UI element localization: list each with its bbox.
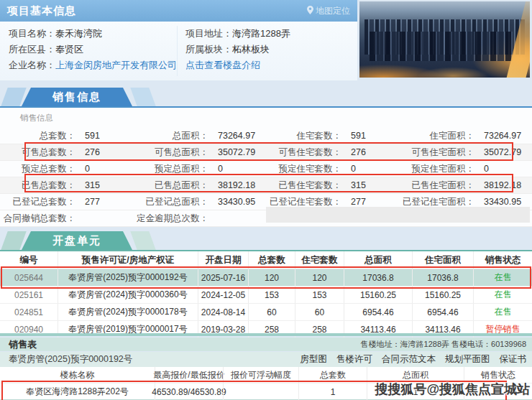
stat-value: 0 <box>75 164 90 174</box>
tab-sales-info[interactable]: 销售信息 <box>22 88 132 106</box>
developer-link[interactable]: 上海金闵房地产开发有限公司 <box>55 60 177 70</box>
stat-label: 已售住宅面积： <box>399 180 474 192</box>
stat-label: 可售住宅面积： <box>399 146 474 159</box>
price-range: 46530.89/46530.89 <box>155 383 223 400</box>
doc-link-plan-drawing[interactable]: 规划平面图 <box>445 353 490 366</box>
page: 项目基本信息 地图定位 项目名称：泰禾海湾院 所在区县：奉贤区 企业名称：上海金… <box>0 0 532 400</box>
opening-units-table: 编号 预售许可证/房地产权证 开盘日期 总套数 住宅套数 总面积 住宅面积 销售… <box>0 251 532 333</box>
sales-info-panel: 销售信息 总套数：591 总面积：73264.97 住宅套数：591 住宅面积：… <box>0 108 532 227</box>
column-header: 开盘日期 <box>198 251 248 269</box>
project-name-field: 项目名称：泰禾海湾院 <box>9 26 177 42</box>
address-value: 海湾路1288弄 <box>232 28 290 39</box>
unit-license: 奉贤房管(2025)预字0000192号 <box>58 269 198 286</box>
map-location-link[interactable]: 地图定位 <box>307 5 350 17</box>
stat-label: 预定总套数： <box>0 163 75 175</box>
stat-label: 预定住宅套数： <box>266 163 341 175</box>
district-field: 所在区县：奉贤区 <box>9 42 177 57</box>
doc-link-floorplan[interactable]: 房型图 <box>301 353 328 366</box>
sales-table-subheader: 奉贤房管(2025)预字0000192号 房型图 售楼许可 合同示范文本 规划平… <box>0 352 532 367</box>
unit-res: 60 <box>295 304 344 320</box>
stat-label: 总面积： <box>133 130 208 142</box>
table-row[interactable]: 025161 奉贤房管(2024)预字0000360号 2024-12-05 1… <box>0 287 532 304</box>
tab-opening-units[interactable]: 开盘单元 <box>22 231 132 250</box>
stat-value: 315 <box>75 180 100 190</box>
column-header: 总面积 <box>344 251 412 269</box>
doc-link-contract-sample[interactable]: 合同示范文本 <box>382 353 436 366</box>
page-title: 项目基本信息 <box>7 4 76 18</box>
stat-label: 已登记住宅面积： <box>399 196 474 208</box>
table-row: 预定总套数：0 预定总面积：0 预定住宅套数：0 预定住宅面积：0 <box>0 161 532 177</box>
stat-label: 可售总面积： <box>133 146 208 159</box>
table-row: 总套数：591 总面积：73264.97 住宅套数：591 住宅面积：73264… <box>0 128 532 144</box>
stat-label: 已登记总面积： <box>133 196 208 208</box>
photo-buildings-near <box>370 32 513 60</box>
table-row-selected[interactable]: 025644 奉贤房管(2025)预字0000192号 2025-07-16 1… <box>0 269 532 287</box>
building-intro-link[interactable]: 点击查看楼盘介绍 <box>185 60 260 70</box>
sales-office-info: 售楼地址：海湾路1288弄 售楼电话：60139968 <box>361 339 526 350</box>
stat-value: 591 <box>75 131 100 141</box>
page-header: 项目基本信息 地图定位 <box>0 0 357 22</box>
project-info-card: 项目名称：泰禾海湾院 所在区县：奉贤区 企业名称：上海金闵房地产开发有限公司 项… <box>0 22 357 80</box>
unit-res-area: 6954.46 <box>412 304 473 320</box>
stat-value: 315 <box>341 180 366 190</box>
stat-value: 35072.79 <box>208 147 255 157</box>
stat-label: 住宅面积： <box>399 130 474 142</box>
stat-label: 合同撤销总套数： <box>0 213 75 225</box>
developer-field: 企业名称：上海金闵房地产开发有限公司 <box>9 57 177 73</box>
building-name: 奉贤区海湾路1288弄202号 <box>0 383 155 400</box>
stat-label: 已登记总套数： <box>0 196 75 208</box>
unit-area: 6954.46 <box>344 304 412 320</box>
stat-label: 可售总套数： <box>0 146 75 159</box>
plate-field: 所属板块：柘林板块 <box>185 42 290 57</box>
sales-table-title: 销售表 <box>9 338 37 351</box>
unit-area: 17036.8 <box>344 269 412 286</box>
stat-label: 定金逾期总次数： <box>133 213 208 225</box>
unit-id: 024851 <box>0 304 58 320</box>
unit-res: 153 <box>295 287 344 303</box>
stat-value: 38192.18 <box>208 180 255 190</box>
stat-value: 73264.97 <box>208 131 255 141</box>
table-header-row: 编号 预售许可证/房地产权证 开盘日期 总套数 住宅套数 总面积 住宅面积 销售… <box>0 251 532 269</box>
column-header: 楼栋名称 <box>0 367 155 383</box>
plate-label: 所属板块： <box>185 44 232 55</box>
column-header: 住宅套数 <box>295 251 344 269</box>
unit-res-area: 15160.25 <box>412 287 473 303</box>
doc-link-guarantee[interactable]: 保证书 <box>500 353 527 366</box>
stat-value: 33430.95 <box>208 197 255 207</box>
district-value: 奉贤区 <box>55 44 83 55</box>
map-link-label: 地图定位 <box>316 5 350 17</box>
stat-value: 38192.18 <box>474 180 521 190</box>
unit-total: 60 <box>248 304 295 320</box>
column-header: 最高报价/最低报价 <box>155 367 223 383</box>
column-divider <box>177 26 178 76</box>
stat-value: 276 <box>341 147 366 157</box>
status-badge: 在售 <box>473 304 532 320</box>
unit-total: 120 <box>248 269 295 286</box>
stat-value: 277 <box>75 197 100 207</box>
stat-value: 0 <box>341 164 356 174</box>
district-label: 所在区县： <box>9 44 55 55</box>
unit-id: 025644 <box>0 269 58 286</box>
stat-value: 35072.79 <box>474 147 521 157</box>
watermark: 搜搜狐号@搜狐焦点宣城站 <box>375 381 530 398</box>
column-header: 销售状态 <box>473 251 532 269</box>
doc-link-sales-permit[interactable]: 售楼许可 <box>336 353 372 366</box>
map-pin-icon <box>307 6 313 17</box>
stat-label: 总套数： <box>0 130 75 142</box>
unit-total: 153 <box>248 287 295 303</box>
project-name-value: 泰禾海湾院 <box>55 28 102 39</box>
stat-value: 0 <box>474 164 489 174</box>
column-header: 预售许可证/房地产权证 <box>58 251 198 269</box>
column-header: 报价可浮动幅度 <box>223 367 298 383</box>
column-header: 总套数 <box>298 367 367 383</box>
address-field: 项目地址：海湾路1288弄 <box>185 26 290 42</box>
unit-area: 15160.25 <box>344 287 412 303</box>
doc-links: 房型图 售楼许可 合同示范文本 规划平面图 保证书 <box>301 353 527 366</box>
address-label: 项目地址： <box>185 28 232 39</box>
developer-label: 企业名称： <box>9 60 55 70</box>
unit-license: 奉贤房管(2024)预字0000178号 <box>58 304 198 320</box>
table-row: 可售总套数：276 可售总面积：35072.79 可售住宅套数：276 可售住宅… <box>0 144 532 161</box>
unit-res-area: 17036.8 <box>412 269 473 286</box>
sales-table-header: 销售表 售楼地址：海湾路1288弄 售楼电话：60139968 <box>0 338 532 351</box>
table-row[interactable]: 024851 奉贤房管(2024)预字0000178号 2024-08-14 6… <box>0 304 532 321</box>
